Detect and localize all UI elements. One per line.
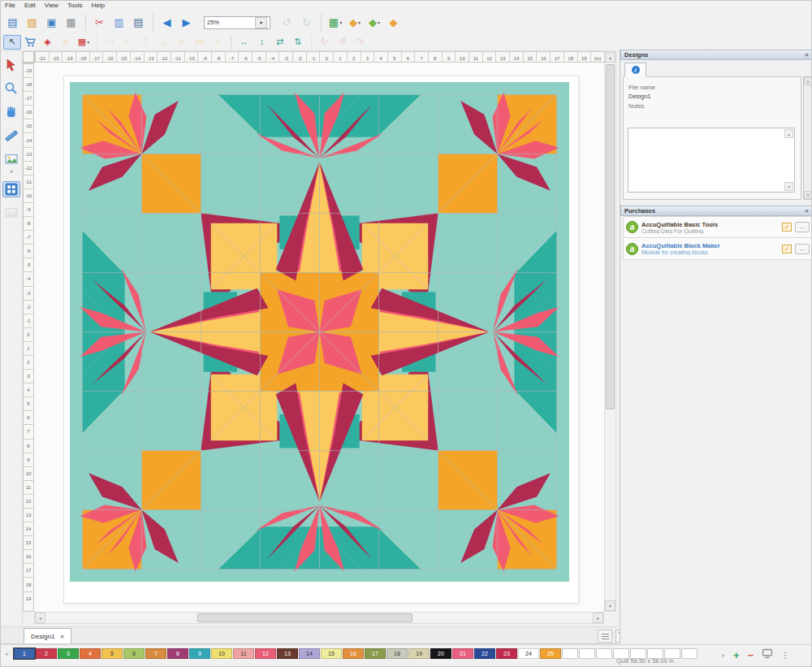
distribute-button[interactable]: + (209, 35, 227, 50)
align-top-button[interactable]: ⊤ (137, 35, 155, 50)
palette-swatch[interactable]: 22 (474, 648, 495, 659)
palette-scroll-left-icon[interactable]: ◂ (5, 651, 8, 657)
scroll-right-icon[interactable]: ▸ (593, 613, 603, 623)
palette-swatch[interactable]: 25 (540, 648, 561, 659)
pointer-tool-button[interactable] (2, 57, 20, 73)
save-button[interactable]: ▣ (42, 14, 62, 32)
palette-swatch[interactable]: 1 (14, 648, 35, 659)
palette-swatch[interactable]: 24 (518, 648, 539, 659)
palette-swatch[interactable]: 7 (145, 648, 166, 659)
dropdown-caret-icon[interactable]: ▾ (11, 169, 13, 174)
pan-tool-button[interactable] (2, 104, 20, 120)
copy-button[interactable]: ▥ (110, 14, 129, 32)
print-button[interactable]: ▦ (62, 14, 81, 32)
measure-tool-button[interactable] (2, 128, 20, 144)
palette-swatch[interactable] (596, 648, 612, 659)
rotate-cw-button[interactable]: ↻ (311, 35, 334, 50)
display-color-button[interactable] (762, 648, 773, 662)
palette-swatch[interactable]: 10 (211, 648, 232, 659)
purchase-item[interactable]: a AccuQuiltable Block Maker Module for c… (623, 238, 812, 260)
scroll-down-icon[interactable]: ▾ (804, 191, 812, 199)
menu-item[interactable]: View (45, 2, 58, 11)
palette-scroll-right-icon[interactable]: ▸ (722, 652, 725, 659)
add-swatch-button[interactable]: + (733, 650, 740, 661)
cart-button[interactable] (21, 35, 39, 50)
fabric-dye-button[interactable]: ◆ ▾ (345, 14, 365, 32)
purchase-item[interactable]: a AccuQuiltable Basic Tools Cutting Dies… (623, 216, 812, 238)
palette-swatch[interactable]: 23 (496, 648, 517, 659)
new-button[interactable]: ▤ (3, 14, 23, 32)
rotate-view-right-button[interactable]: ↻ (297, 14, 317, 32)
image-tool-button[interactable] (2, 151, 20, 167)
select-tool-button[interactable]: ↖ (3, 35, 21, 50)
palette-swatch[interactable]: 15 (321, 648, 342, 659)
cut-button[interactable]: ✂ (85, 14, 110, 32)
center-vertical-button[interactable]: ⇅ (289, 35, 307, 50)
palette-swatch[interactable]: 21 (452, 648, 473, 659)
zoom-select[interactable]: 25% ▾ (204, 16, 270, 29)
close-icon[interactable]: × (60, 633, 64, 640)
palette-swatch[interactable]: 3 (58, 648, 79, 659)
purchase-checkbox[interactable]: ✓ (782, 245, 792, 253)
horizontal-scroll-thumb[interactable] (197, 613, 412, 622)
vertical-scroll-thumb[interactable] (606, 64, 615, 409)
zoom-tool-button[interactable] (2, 80, 20, 97)
block-grid-button[interactable]: ▦ ▾ (321, 14, 345, 32)
rotate-view-left-button[interactable]: ↺ (278, 14, 297, 32)
palette-swatch[interactable]: 18 (387, 648, 408, 659)
quilt-design[interactable] (70, 82, 569, 582)
close-icon[interactable]: × (805, 207, 809, 214)
menu-item[interactable]: Edit (24, 2, 36, 11)
palette-swatch[interactable]: 11 (233, 648, 254, 659)
file-name-value[interactable]: Design1 (628, 93, 796, 100)
menu-item[interactable]: Help (92, 2, 105, 11)
align-bottom-button[interactable]: ⊥ (155, 35, 173, 50)
menu-item[interactable]: File (5, 2, 15, 11)
palette-swatch[interactable]: 16 (343, 648, 364, 659)
center-horizontal-button[interactable]: ⇄ (271, 35, 289, 50)
palette-swatch[interactable]: 8 (167, 648, 188, 659)
scroll-up-icon[interactable]: ▴ (804, 77, 812, 85)
scroll-up-icon[interactable]: ▴ (784, 129, 793, 138)
paste-button[interactable]: ▤ (129, 14, 149, 32)
scroll-left-icon[interactable]: ◂ (35, 613, 45, 623)
fabric-swatch-button[interactable]: ■ (57, 35, 75, 50)
scroll-up-icon[interactable]: ▴ (605, 52, 615, 63)
notes-input[interactable]: ▴ ▾ (628, 128, 795, 193)
palette-swatch[interactable]: 20 (430, 648, 451, 659)
close-icon[interactable]: × (805, 51, 809, 58)
palette-swatch[interactable] (579, 648, 595, 659)
tab-design-info[interactable]: i (624, 63, 646, 77)
scroll-down-icon[interactable]: ▾ (605, 600, 615, 611)
tab-design1[interactable]: Design1 × (24, 628, 71, 643)
rotate-ccw-button[interactable]: ↺ (334, 35, 352, 50)
redo-button[interactable]: ▶ (177, 14, 197, 32)
palette-swatch[interactable]: 14 (299, 648, 320, 659)
align-left-button[interactable]: ⊣ (97, 35, 119, 50)
block-tool-button[interactable] (2, 181, 20, 197)
palette-swatch[interactable] (562, 648, 578, 659)
calculator-button[interactable]: ▦ ▾ (75, 35, 93, 50)
design-canvas[interactable] (34, 63, 604, 612)
vertical-scrollbar[interactable]: ▴ ▾ (604, 51, 616, 612)
fill-bucket-button[interactable]: ◆ (384, 14, 404, 32)
purchase-more-button[interactable]: ... (795, 222, 810, 232)
palette-swatch[interactable]: 4 (80, 648, 101, 659)
more-options-icon[interactable]: ⋮ (781, 651, 789, 660)
align-center-v-button[interactable]: ⋈ (191, 35, 209, 50)
purchase-more-button[interactable]: ... (795, 244, 810, 254)
palette-swatch[interactable]: 19 (408, 648, 430, 659)
palette-list-view-button[interactable] (598, 630, 612, 643)
align-center-h-button[interactable]: ≡ (173, 35, 191, 50)
undo-button[interactable]: ◀ (153, 14, 177, 32)
palette-swatch[interactable]: 5 (102, 648, 123, 659)
palette-swatch[interactable]: 13 (277, 648, 298, 659)
panel-scrollbar[interactable]: ▴ ▾ (803, 76, 812, 200)
scroll-down-icon[interactable]: ▾ (784, 182, 793, 191)
palette-swatch[interactable]: 12 (255, 648, 276, 659)
flip-horizontal-button[interactable]: ↔ (231, 35, 253, 50)
chevron-down-icon[interactable]: ▾ (255, 17, 267, 28)
palette-swatch[interactable]: 9 (189, 648, 210, 659)
flip-vertical-button[interactable]: ↕ (253, 35, 271, 50)
remove-swatch-button[interactable]: − (748, 650, 754, 661)
